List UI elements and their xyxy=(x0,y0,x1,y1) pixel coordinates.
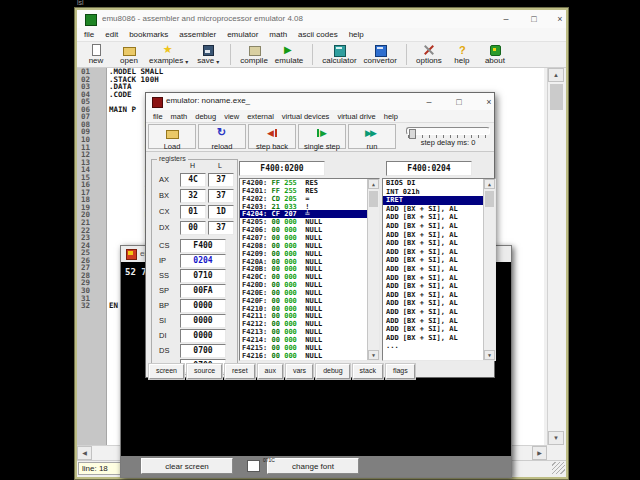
disassembly-list-scrollbar[interactable]: ▲▼ xyxy=(483,179,495,360)
toolbar-compile-button[interactable]: compile xyxy=(240,44,268,65)
memory-row[interactable]: F4211: 00 000 NULL xyxy=(240,312,379,320)
emu-menu-item-file[interactable]: file xyxy=(153,112,163,121)
emu-reset-button[interactable]: reset xyxy=(225,364,255,379)
register-ss-field[interactable]: 0710 xyxy=(180,269,226,283)
memory-row[interactable]: F4213: 00 000 NULL xyxy=(240,328,379,336)
disasm-row[interactable]: ADD [BX + SI], AL xyxy=(383,308,495,317)
disasm-row[interactable]: ... xyxy=(383,342,495,351)
emu-flags-button[interactable]: flags xyxy=(386,364,415,379)
memory-row[interactable]: F4214: 00 000 NULL xyxy=(240,336,379,344)
memory-row[interactable]: F4202: CD 205 = xyxy=(240,195,379,203)
disassembly-list-scroll-thumb[interactable] xyxy=(485,191,494,207)
disasm-row[interactable]: ADD [BX + SI], AL xyxy=(383,213,495,222)
toolbar-open-button[interactable]: open xyxy=(116,44,142,65)
disasm-row[interactable]: ADD [BX + SI], AL xyxy=(383,239,495,248)
emu-toolbar-single-step-button[interactable]: single step xyxy=(298,124,346,149)
emu-menu-item-view[interactable]: view xyxy=(224,112,239,121)
memory-list-scroll-up-icon[interactable]: ▲ xyxy=(368,179,379,189)
register-cx-h-field[interactable]: 01 xyxy=(180,205,206,219)
emu-debug-button[interactable]: debug xyxy=(316,364,349,379)
emulator-title-bar[interactable]: emulator: noname.exe_ –□× xyxy=(146,93,494,111)
register-bx-h-field[interactable]: 32 xyxy=(180,189,206,203)
disasm-row[interactable]: ADD [BX + SI], AL xyxy=(383,248,495,257)
emu-toolbar-step-back-button[interactable]: step back xyxy=(248,124,296,149)
emu-toolbar-reload-button[interactable]: reload xyxy=(198,124,246,149)
disasm-row[interactable]: BIOS DI xyxy=(383,179,495,188)
memory-row[interactable]: F420F: 00 000 NULL xyxy=(240,297,379,305)
emu-screen-button[interactable]: screen xyxy=(149,364,184,379)
scroll-left-arrow-icon[interactable]: ◀ xyxy=(77,446,92,460)
memory-row[interactable]: F4208: 00 000 NULL xyxy=(240,242,379,250)
disasm-row[interactable]: INT 021h xyxy=(383,188,495,197)
register-ip-field[interactable]: 0204 xyxy=(180,254,226,268)
emu-minimize-button[interactable]: – xyxy=(418,95,440,109)
memory-row[interactable]: F420E: 00 000 NULL xyxy=(240,289,379,297)
disasm-row[interactable]: ADD [BX + SI], AL xyxy=(383,222,495,231)
main-menu-item-file[interactable]: file xyxy=(84,30,94,39)
resize-grip[interactable] xyxy=(552,462,565,474)
memory-row[interactable]: F4215: 00 000 NULL xyxy=(240,344,379,352)
toolbar-convertor-button[interactable]: convertor xyxy=(364,44,397,65)
toolbar-emulate-button[interactable]: emulate xyxy=(275,44,303,65)
emu-menu-item-virtual-drive[interactable]: virtual drive xyxy=(337,112,375,121)
register-ax-h-field[interactable]: 4C xyxy=(180,173,206,187)
memory-row[interactable]: F420C: 00 000 NULL xyxy=(240,273,379,281)
main-title-bar[interactable]: emu8086 - assembler and microprocessor e… xyxy=(77,10,566,29)
disasm-row[interactable]: ADD [BX + SI], AL xyxy=(383,274,495,283)
main-menu-item-bookmarks[interactable]: bookmarks xyxy=(129,30,168,39)
memory-row[interactable]: F4212: 00 000 NULL xyxy=(240,320,379,328)
main-menu-item-help[interactable]: help xyxy=(349,30,364,39)
emu-menu-item-help[interactable]: help xyxy=(384,112,398,121)
emu-menu-item-external[interactable]: external xyxy=(247,112,274,121)
memory-row[interactable]: F4207: 00 000 NULL xyxy=(240,234,379,242)
scroll-up-arrow-icon[interactable]: ▲ xyxy=(548,68,564,82)
emu-menu-item-debug[interactable]: debug xyxy=(195,112,216,121)
editor-vertical-scrollbar[interactable]: ▲ ▼ xyxy=(547,68,565,445)
memory-address-field[interactable]: F400:0200 xyxy=(239,161,325,176)
clear-screen-button[interactable]: clear screen xyxy=(141,458,233,474)
memory-row[interactable]: F4204: CF 207 ╧ xyxy=(240,210,379,218)
disasm-row[interactable]: ADD [BX + SI], AL xyxy=(383,325,495,334)
main-maximize-button[interactable]: □ xyxy=(523,12,545,26)
emu-toolbar-run-button[interactable]: run xyxy=(348,124,396,149)
main-menu-item-math[interactable]: math xyxy=(269,30,287,39)
change-font-button[interactable]: change font xyxy=(267,458,359,474)
register-ds-field[interactable]: 0700 xyxy=(180,344,226,358)
disassembly-list-scroll-down-icon[interactable]: ▼ xyxy=(484,350,495,360)
register-cs-field[interactable]: F400 xyxy=(180,239,226,253)
main-close-button[interactable]: × xyxy=(549,12,571,26)
toolbar-new-button[interactable]: new xyxy=(83,44,109,65)
register-dx-l-field[interactable]: 37 xyxy=(208,221,234,235)
memory-row[interactable]: F4216: 00 000 NULL xyxy=(240,352,379,360)
memory-list-scrollbar[interactable]: ▲▼ xyxy=(367,179,379,360)
toolbar-examples-button[interactable]: examples▾ xyxy=(149,44,188,65)
memory-row[interactable]: F4205: 00 000 NULL xyxy=(240,218,379,226)
disasm-row[interactable]: ADD [BX + SI], AL xyxy=(383,205,495,214)
disassembly-list[interactable]: BIOS DIINT 021hIRETADD [BX + SI], ALADD … xyxy=(382,178,496,361)
memory-list-scroll-thumb[interactable] xyxy=(369,191,378,207)
register-bx-l-field[interactable]: 37 xyxy=(208,189,234,203)
disasm-row[interactable]: IRET xyxy=(383,196,495,205)
memory-row[interactable]: F420B: 00 000 NULL xyxy=(240,265,379,273)
memory-row[interactable]: F4200: FF 255 RES xyxy=(240,179,379,187)
disasm-row[interactable]: ADD [BX + SI], AL xyxy=(383,317,495,326)
register-ax-l-field[interactable]: 37 xyxy=(208,173,234,187)
memory-row[interactable]: F420A: 00 000 NULL xyxy=(240,258,379,266)
toolbar-calculator-button[interactable]: calculator xyxy=(322,44,356,65)
memory-row[interactable]: F420D: 00 000 NULL xyxy=(240,281,379,289)
toolbar-help-button[interactable]: help xyxy=(449,44,475,65)
main-menu-item-ascii-codes[interactable]: ascii codes xyxy=(298,30,338,39)
disasm-row[interactable]: ADD [BX + SI], AL xyxy=(383,231,495,240)
dropdown-arrow-icon[interactable]: ▾ xyxy=(185,58,188,65)
step-delay-slider[interactable] xyxy=(406,127,490,135)
main-minimize-button[interactable]: – xyxy=(495,12,517,26)
main-menu-item-assembler[interactable]: assembler xyxy=(179,30,216,39)
memory-list[interactable]: F4200: FF 255 RESF4201: FF 255 RESF4202:… xyxy=(239,178,380,361)
emu-stack-button[interactable]: stack xyxy=(353,364,383,379)
main-menu-item-emulator[interactable]: emulator xyxy=(227,30,258,39)
emu-vars-button[interactable]: vars xyxy=(286,364,313,379)
memory-list-scroll-down-icon[interactable]: ▼ xyxy=(368,350,379,360)
scroll-right-arrow-icon[interactable]: ▶ xyxy=(532,446,547,460)
disasm-row[interactable]: ADD [BX + SI], AL xyxy=(383,256,495,265)
small-input-box[interactable] xyxy=(247,460,260,472)
